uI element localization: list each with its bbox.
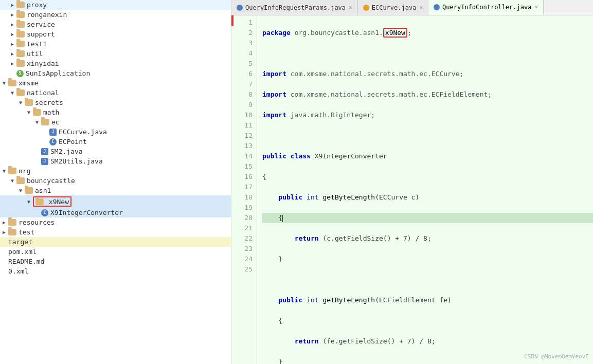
- label-x9new: x9New: [49, 198, 69, 206]
- code-line-10: {: [262, 213, 593, 223]
- tab-queryinfocontroller[interactable]: QueryInfoController.java ✕: [428, 0, 544, 15]
- code-line-6: [262, 131, 593, 141]
- label-readme: README.md: [8, 258, 44, 265]
- java-icon-eccurve: J: [49, 129, 57, 136]
- gutter-error: [231, 15, 234, 364]
- tree-item-test1[interactable]: test1: [0, 39, 231, 49]
- arrow-x9new: [25, 199, 33, 205]
- code-line-13: [262, 275, 593, 285]
- arrow-national: [8, 90, 16, 96]
- tree-item-org[interactable]: org: [0, 166, 231, 176]
- tree-item-xinyidai[interactable]: xinyidai: [0, 59, 231, 68]
- line-num-21: 21: [234, 223, 257, 233]
- code-content[interactable]: package org.bouncycastle.asn1.x9New; imp…: [257, 15, 593, 364]
- code-line-8: {: [262, 172, 593, 182]
- line-num-23: 23: [234, 244, 257, 254]
- tree-item-ronganexin[interactable]: ronganexin: [0, 10, 231, 20]
- arrow-test: [0, 229, 8, 235]
- code-line-12: }: [262, 254, 593, 264]
- line-num-17: 17: [234, 182, 257, 192]
- label-test: test: [19, 228, 34, 236]
- label-org: org: [19, 167, 30, 175]
- tree-item-sunisapplication[interactable]: S SunIsApplication: [0, 68, 231, 78]
- tree-item-target[interactable]: target: [0, 237, 231, 247]
- code-editor[interactable]: QueryInfoRequestParams.java ✕ ECCurve.ja…: [231, 0, 593, 364]
- tree-item-resources[interactable]: resources: [0, 217, 231, 227]
- editor-wrapper: QueryInfoRequestParams.java ✕ ECCurve.ja…: [231, 0, 593, 364]
- label-sm2: SM2.java: [50, 148, 83, 155]
- code-area[interactable]: 1 2 3 4 5 6 7 8 9 10 11 12 13 14 15 16 1…: [231, 15, 593, 364]
- tree-item-ec[interactable]: ec: [0, 117, 231, 127]
- class-icon-ecpoint: C: [49, 138, 57, 145]
- tab-close-queryinfocontroller[interactable]: ✕: [534, 4, 538, 10]
- code-line-16: return (fe.getFieldSize() + 7) / 8;: [262, 336, 593, 347]
- line-num-25: 25: [234, 264, 257, 275]
- java-icon-sm2utils: J: [41, 158, 48, 165]
- tab-label-queryinfocontroller: QueryInfoController.java: [442, 4, 531, 11]
- arrow-test1: [8, 41, 16, 47]
- label-resources: resources: [19, 219, 55, 226]
- arrow-ronganexin: [8, 12, 16, 17]
- line-num-20: 20: [234, 213, 257, 223]
- folder-icon-support: [16, 31, 25, 38]
- tree-item-x9new[interactable]: x9New: [0, 195, 231, 208]
- line-num-22: 22: [234, 233, 257, 244]
- tree-item-math[interactable]: math: [0, 107, 231, 117]
- tree-item-support[interactable]: support: [0, 29, 231, 39]
- code-line-15: {: [262, 316, 593, 326]
- tree-item-x9integerconverter[interactable]: C X9IntegerConverter: [0, 208, 231, 217]
- spring-icon-sunisapplication: S: [16, 70, 24, 77]
- tree-item-pomxml[interactable]: pom.xml: [0, 247, 231, 257]
- line-num-13: 13: [234, 141, 257, 151]
- tree-item-0xml[interactable]: 0.xml: [0, 266, 231, 276]
- label-sm2utils: SM2Utils.java: [50, 157, 103, 165]
- label-pomxml: pom.xml: [8, 248, 37, 256]
- code-line-17: }: [262, 357, 593, 364]
- arrow-resources: [0, 220, 8, 225]
- code-line-9: public int getByteLength(ECCurve c): [262, 192, 593, 203]
- tree-item-test[interactable]: test: [0, 227, 231, 237]
- line-num-12: 12: [234, 131, 257, 141]
- tree-item-asn1[interactable]: asn1: [0, 186, 231, 195]
- tree-item-ecpoint[interactable]: C ECPoint: [0, 137, 231, 147]
- tab-close-eccurve[interactable]: ✕: [419, 4, 423, 11]
- tree-item-bouncycastle[interactable]: bouncycastle: [0, 176, 231, 186]
- code-line-1: package org.bouncycastle.asn1.x9New;: [262, 28, 593, 38]
- arrow-proxy: [8, 2, 16, 8]
- folder-icon-ronganexin: [16, 11, 25, 18]
- tabs-bar: QueryInfoRequestParams.java ✕ ECCurve.ja…: [231, 0, 593, 15]
- tree-item-secrets[interactable]: secrets: [0, 98, 231, 107]
- file-tree-sidebar[interactable]: proxy ronganexin service support test1 u…: [0, 0, 231, 364]
- tree-item-xmsme[interactable]: xmsme: [0, 78, 231, 88]
- tree-item-readme[interactable]: README.md: [0, 257, 231, 266]
- line-num-8: 8: [234, 89, 257, 100]
- tab-eccurve[interactable]: ECCurve.java ✕: [358, 0, 428, 15]
- tab-close-queryinforequestparams[interactable]: ✕: [349, 4, 352, 11]
- folder-icon-resources: [8, 219, 16, 226]
- line-num-1: 1: [234, 17, 257, 28]
- folder-icon-util: [16, 50, 25, 57]
- label-secrets: secrets: [35, 99, 63, 106]
- label-proxy: proxy: [27, 1, 47, 9]
- tree-item-proxy[interactable]: proxy: [0, 0, 231, 10]
- tree-item-eccurve[interactable]: J ECCurve.java: [0, 127, 231, 137]
- folder-icon-asn1: [25, 187, 33, 194]
- tab-icon-queryinfocontroller: [434, 4, 440, 10]
- line-num-7: 7: [234, 79, 257, 89]
- folder-icon-bouncycastle: [16, 177, 25, 184]
- tree-item-service[interactable]: service: [0, 20, 231, 29]
- arrow-support: [8, 31, 16, 37]
- x9new-box: x9New: [33, 196, 71, 207]
- line-num-11: 11: [234, 120, 257, 131]
- label-xinyidai: xinyidai: [27, 60, 59, 67]
- tab-queryinforequestparams[interactable]: QueryInfoRequestParams.java ✕: [231, 0, 358, 15]
- tree-item-sm2[interactable]: J SM2.java: [0, 147, 231, 156]
- folder-icon-service: [16, 21, 25, 28]
- folder-icon-x9new: [35, 198, 44, 205]
- tree-item-national[interactable]: national: [0, 88, 231, 98]
- tree-item-sm2utils[interactable]: J SM2Utils.java: [0, 156, 231, 166]
- line-num-18: 18: [234, 192, 257, 203]
- label-ec: ec: [51, 118, 60, 126]
- tree-item-util[interactable]: util: [0, 49, 231, 59]
- label-target: target: [8, 238, 32, 246]
